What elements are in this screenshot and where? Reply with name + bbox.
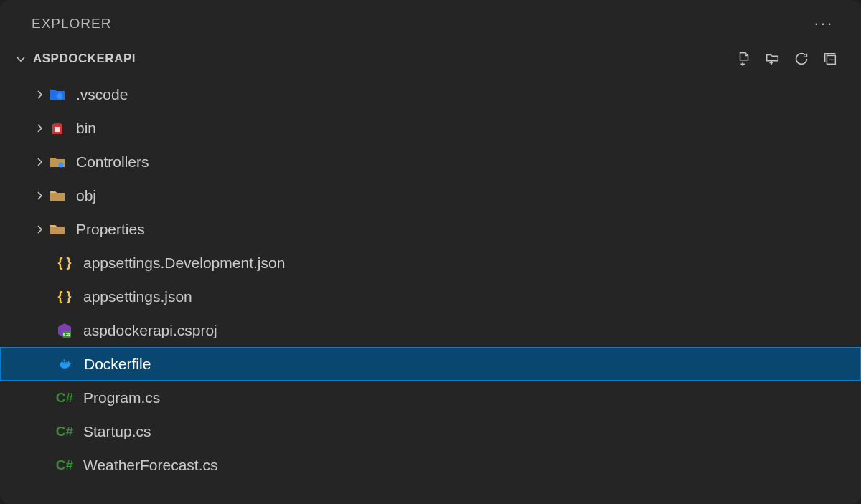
chevron-right-icon [32, 224, 47, 235]
tree-folder-obj[interactable]: obj [0, 179, 861, 212]
tree-folder-properties[interactable]: Properties [0, 212, 861, 246]
tree-file-csproj[interactable]: C# aspdockerapi.csproj [0, 313, 861, 347]
tree-item-label: Startup.cs [83, 423, 151, 440]
project-name: ASPDOCKERAPI [33, 52, 136, 66]
tree-item-label: obj [76, 187, 96, 204]
new-file-icon[interactable] [736, 51, 752, 67]
svg-rect-8 [64, 361, 66, 363]
tree-item-label: WeatherForecast.cs [83, 457, 218, 474]
cs-file-icon: C# [55, 422, 75, 442]
csproj-file-icon: C# [55, 320, 75, 341]
cs-file-icon: C# [55, 388, 75, 408]
json-file-icon: { } [55, 253, 75, 273]
json-file-icon: { } [55, 287, 75, 307]
tree-item-label: bin [76, 120, 96, 137]
tree-item-label: Program.cs [83, 389, 160, 406]
chevron-right-icon [32, 156, 47, 168]
vscode-folder-icon [47, 85, 67, 105]
svg-rect-9 [64, 359, 66, 361]
collapse-all-icon[interactable] [822, 51, 838, 67]
tree-item-label: Dockerfile [84, 356, 151, 373]
project-toolbar [736, 51, 848, 67]
tree-item-label: aspdockerapi.csproj [83, 322, 217, 339]
tree-folder-controllers[interactable]: Controllers [0, 145, 861, 179]
tree-file-appsettings-dev[interactable]: { } appsettings.Development.json [0, 246, 861, 280]
tree-item-label: appsettings.json [83, 288, 192, 305]
explorer-header: EXPLORER ··· [0, 0, 861, 43]
more-actions-button[interactable]: ··· [814, 14, 847, 33]
project-section-header[interactable]: ASPDOCKERAPI [0, 43, 861, 75]
bin-folder-icon [47, 118, 67, 138]
explorer-panel: EXPLORER ··· ASPDOCKERAPI [0, 0, 861, 504]
tree-item-label: .vscode [76, 86, 128, 103]
tree-item-label: Properties [76, 221, 145, 238]
refresh-icon[interactable] [794, 51, 809, 67]
tree-file-dockerfile[interactable]: Dockerfile [0, 347, 861, 381]
file-tree: .vscode bin Controllers [0, 75, 861, 482]
chevron-down-icon [13, 53, 29, 65]
tree-item-label: Controllers [76, 153, 149, 171]
tree-file-program[interactable]: C# Program.cs [0, 381, 861, 414]
svg-rect-7 [61, 361, 63, 363]
chevron-right-icon [32, 89, 47, 100]
new-folder-icon[interactable] [765, 51, 781, 67]
tree-folder-vscode[interactable]: .vscode [0, 77, 861, 111]
tree-folder-bin[interactable]: bin [0, 111, 861, 145]
explorer-title: EXPLORER [32, 16, 111, 32]
chevron-right-icon [32, 123, 47, 134]
cs-file-icon: C# [55, 455, 75, 475]
svg-rect-10 [66, 361, 68, 363]
tree-item-label: appsettings.Development.json [83, 255, 285, 272]
folder-icon [47, 219, 67, 239]
tree-file-appsettings[interactable]: { } appsettings.json [0, 280, 861, 313]
tree-file-weatherforecast[interactable]: C# WeatherForecast.cs [0, 448, 861, 482]
svg-text:C#: C# [63, 331, 71, 338]
chevron-right-icon [32, 190, 47, 201]
tree-file-startup[interactable]: C# Startup.cs [0, 414, 861, 448]
svg-rect-3 [55, 127, 60, 132]
docker-file-icon [55, 354, 75, 374]
controllers-folder-icon [47, 152, 67, 172]
folder-icon [47, 186, 67, 206]
svg-point-4 [59, 162, 64, 167]
svg-rect-2 [54, 123, 61, 125]
